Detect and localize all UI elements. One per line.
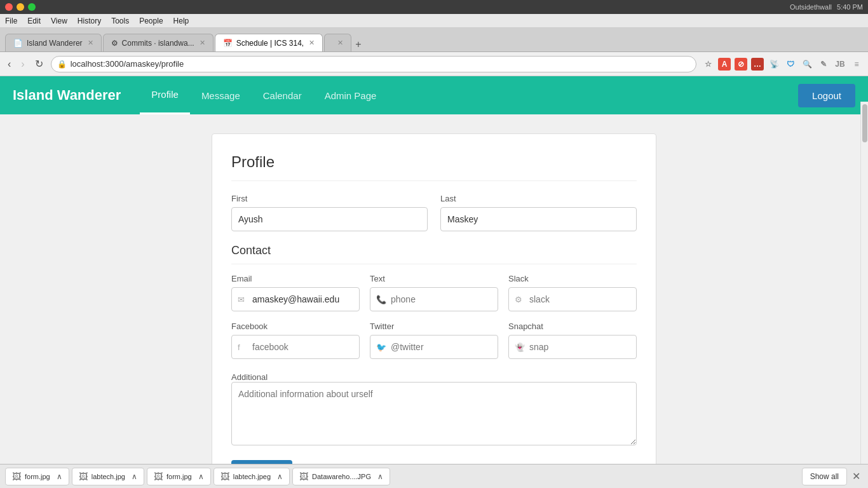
tab-schedule[interactable]: 📅 Schedule | ICS 314, ✕ [215, 34, 323, 51]
text-group: Text 📞 [370, 274, 498, 311]
min-traffic-light[interactable] [17, 3, 24, 11]
menu-bar: File Edit View History Tools People Help [0, 14, 868, 28]
facebook-input-wrap: f [231, 335, 360, 359]
new-tab-button[interactable]: + [353, 39, 363, 50]
close-download-bar-button[interactable]: ✕ [850, 470, 863, 482]
twitter-group: Twitter 🐦 [370, 322, 498, 359]
dl-chevron-2[interactable]: ∧ [198, 472, 204, 481]
slack-icon: ⚙ [515, 295, 522, 304]
logout-button[interactable]: Logout [798, 84, 855, 107]
dl-name-0: form.jpg [25, 473, 50, 480]
snapchat-input-wrap: 👻 [508, 335, 637, 359]
titlebar-user: Outsidethwall [790, 3, 832, 11]
slack-label: Slack [508, 274, 637, 283]
tab-island-wanderer[interactable]: 📄 Island Wanderer ✕ [5, 34, 102, 51]
email-group: Email ✉ [231, 274, 360, 311]
tab2-close-icon[interactable]: ✕ [200, 39, 205, 47]
browser-icons: ☆ A ⊘ … 📡 🛡 🔍 ✎ JB ≡ [702, 58, 863, 71]
tab-commits[interactable]: ⚙ Commits · islandwa... ✕ [103, 34, 214, 51]
dl-chevron-1[interactable]: ∧ [132, 472, 137, 481]
dl-icon-1: 🖼 [79, 471, 88, 482]
dl-chevron-0[interactable]: ∧ [57, 472, 62, 481]
menu-file[interactable]: File [5, 17, 17, 25]
show-all-button[interactable]: Show all [802, 468, 847, 485]
star-icon[interactable]: ☆ [702, 58, 714, 71]
rss-icon[interactable]: 📡 [768, 58, 780, 71]
additional-textarea[interactable] [231, 382, 637, 445]
dl-icon-3: 🖼 [220, 471, 229, 482]
contact-row-1: Email ✉ Text 📞 Slack ⚙ [231, 274, 637, 311]
twitter-icon: 🐦 [376, 342, 386, 352]
slack-input-wrap: ⚙ [508, 287, 637, 311]
back-button[interactable]: ‹ [5, 57, 13, 71]
shield-icon[interactable]: 🛡 [784, 58, 797, 71]
email-icon: ✉ [238, 295, 245, 304]
dl-icon-2: 🖼 [154, 471, 163, 482]
first-name-input[interactable] [231, 207, 428, 231]
nav-link-profile[interactable]: Profile [140, 76, 190, 114]
menu-icon[interactable]: ≡ [850, 58, 863, 71]
address-wrap: 🔒 [51, 56, 696, 72]
first-label: First [231, 194, 428, 203]
menu-people[interactable]: People [139, 17, 163, 25]
snapchat-input[interactable] [508, 335, 637, 359]
download-item-1[interactable]: 🖼 labtech.jpg ∧ [72, 468, 144, 485]
dl-icon-4: 🖼 [299, 471, 308, 482]
dl-name-1: labtech.jpg [92, 473, 125, 480]
devtools-icon[interactable]: JB [834, 58, 846, 71]
nav-link-admin[interactable]: Admin Page [313, 76, 388, 114]
phone-icon: 📞 [376, 295, 386, 304]
addon-icon[interactable]: … [751, 58, 764, 71]
slack-input[interactable] [508, 287, 637, 311]
search-icon[interactable]: 🔍 [801, 58, 813, 71]
dl-name-3: labtech.jpeg [233, 473, 271, 480]
scrollbar[interactable] [860, 102, 868, 464]
scrollbar-thumb[interactable] [862, 104, 867, 142]
download-item-0[interactable]: 🖼 form.jpg ∧ [5, 468, 69, 485]
address-input[interactable] [51, 56, 696, 72]
dl-chevron-4[interactable]: ∧ [377, 472, 383, 481]
abp-icon[interactable]: A [718, 58, 731, 71]
menu-history[interactable]: History [78, 17, 101, 25]
dl-chevron-3[interactable]: ∧ [277, 472, 283, 481]
tab2-label: Commits · islandwa... [122, 39, 194, 48]
menu-edit[interactable]: Edit [27, 17, 41, 25]
download-item-2[interactable]: 🖼 form.jpg ∧ [147, 468, 211, 485]
tab4-close-icon[interactable]: ✕ [337, 39, 343, 47]
max-traffic-light[interactable] [28, 3, 36, 11]
additional-section: Additional [231, 372, 637, 447]
snapchat-group: Snapchat 👻 [508, 322, 637, 359]
last-name-input[interactable] [440, 207, 637, 231]
facebook-input[interactable] [231, 335, 360, 359]
forward-button[interactable]: › [18, 57, 27, 71]
reload-button[interactable]: ↻ [32, 57, 46, 71]
menu-tools[interactable]: Tools [111, 17, 129, 25]
download-bar: 🖼 form.jpg ∧ 🖼 labtech.jpg ∧ 🖼 form.jpg … [0, 464, 868, 488]
download-item-3[interactable]: 🖼 labtech.jpeg ∧ [214, 468, 290, 485]
text-input[interactable] [370, 287, 498, 311]
tab1-favicon: 📄 [13, 39, 23, 48]
menu-view[interactable]: View [51, 17, 67, 25]
menu-help[interactable]: Help [173, 17, 189, 25]
download-item-4[interactable]: 🖼 Datawareho....JPG ∧ [292, 468, 390, 485]
facebook-group: Facebook f [231, 322, 360, 359]
tab1-close-icon[interactable]: ✕ [88, 39, 93, 47]
twitter-input-wrap: 🐦 [370, 335, 498, 359]
close-traffic-light[interactable] [5, 3, 13, 11]
dl-name-4: Datawareho....JPG [312, 473, 371, 480]
lock-icon: 🔒 [57, 60, 67, 69]
dl-icon-0: 🖼 [12, 471, 21, 482]
twitter-input[interactable] [370, 335, 498, 359]
email-input[interactable] [231, 287, 360, 311]
snapchat-label: Snapchat [508, 322, 637, 331]
tab-empty[interactable]: ✕ [324, 34, 351, 51]
edit-icon[interactable]: ✎ [817, 58, 830, 71]
nav-link-message[interactable]: Message [190, 76, 252, 114]
titlebar-time: 5:40 PM [837, 3, 863, 11]
privacy-icon[interactable]: ⊘ [735, 58, 747, 71]
titlebar-right: Outsidethwall 5:40 PM [790, 3, 863, 11]
tab1-label: Island Wanderer [27, 39, 83, 48]
nav-link-calendar[interactable]: Calendar [252, 76, 313, 114]
tab3-close-icon[interactable]: ✕ [309, 39, 315, 47]
page-title: Profile [231, 153, 637, 181]
